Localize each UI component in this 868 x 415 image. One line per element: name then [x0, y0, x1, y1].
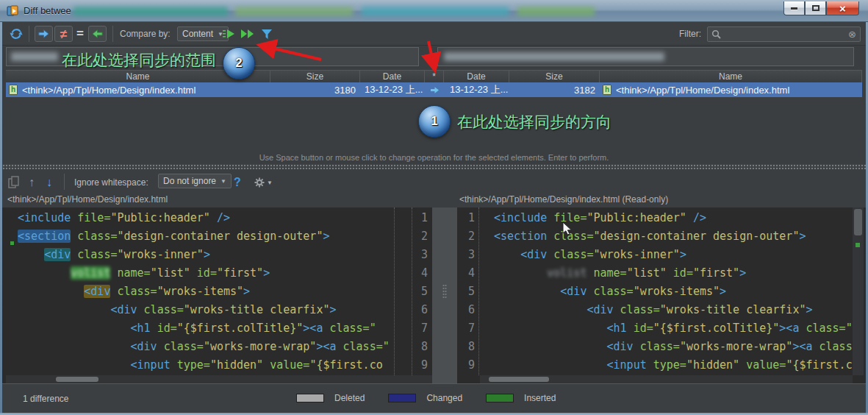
column-header-size-1[interactable]: Size: [270, 70, 360, 82]
line-number: 2: [457, 227, 478, 246]
window-title: Diff betwee: [24, 5, 71, 16]
code-line[interactable]: <div class="wroks-inner">: [494, 246, 853, 264]
line-number: 8: [457, 338, 478, 356]
redacted-tag-blur: volist: [547, 266, 587, 280]
code-token: class=: [144, 303, 184, 316]
legend-label-deleted: Deleted: [334, 393, 365, 403]
previous-diff-button[interactable]: ↑: [29, 171, 35, 194]
left-horizontal-scrollbar[interactable]: [6, 375, 432, 383]
scrollbar-thumb[interactable]: [854, 209, 862, 235]
titlebar[interactable]: Diff betwee ×: [0, 0, 868, 22]
code-line[interactable]: <div class="wroks-title clearfix">: [494, 301, 853, 319]
equal-filter-button[interactable]: =: [76, 22, 84, 46]
code-line[interactable]: volist name="list" id="first">: [18, 264, 394, 283]
column-header-date-4[interactable]: Date: [444, 70, 509, 82]
refresh-icon: [9, 26, 24, 41]
left-editor[interactable]: <include file="Public:header" /><section…: [6, 208, 394, 375]
code-token: "wroks-items": [157, 285, 243, 298]
refresh-button[interactable]: [9, 22, 24, 46]
filter-toggle-button[interactable]: [261, 22, 273, 46]
code-token: >: [720, 285, 726, 298]
files-table-row[interactable]: h <think>/App/Tpl/Home/Design/index.html…: [6, 82, 862, 97]
line-number: 5: [412, 283, 431, 301]
code-line[interactable]: <div class="works-more-wrap"><a class=": [18, 338, 394, 356]
code-token: "wroks-inner": [117, 248, 203, 261]
code-token: <input: [607, 358, 653, 372]
splitter-handle[interactable]: [2, 164, 866, 169]
compare-by-dropdown[interactable]: Content▼: [177, 26, 229, 41]
line-number: 2: [412, 227, 431, 246]
code-token: [547, 230, 553, 243]
chevron-down-icon: ▼: [267, 180, 273, 186]
right-horizontal-scrollbar[interactable]: [480, 375, 853, 383]
code-line[interactable]: volist name="list" id="first">: [494, 264, 853, 283]
column-header-size-5[interactable]: Size: [509, 70, 600, 82]
redacted-path-blur: [517, 7, 595, 16]
maximize-button[interactable]: [805, 1, 826, 15]
next-diff-button[interactable]: ↓: [46, 171, 52, 194]
code-token: >: [680, 248, 686, 261]
column-header-date-2[interactable]: Date: [360, 70, 425, 82]
settings-button[interactable]: ▼: [254, 171, 273, 194]
code-token: [667, 266, 673, 280]
code-line[interactable]: <input type="hidden" value="{$first.co: [18, 356, 394, 375]
left-line-numbers: [394, 208, 412, 375]
line-number: 1: [457, 209, 478, 227]
redacted-path-blur: [235, 7, 353, 16]
copy-button[interactable]: [8, 171, 20, 194]
help-button[interactable]: ?: [234, 171, 241, 194]
code-line[interactable]: <div class="wroks-items">: [18, 283, 394, 301]
pane-divider[interactable]: [432, 208, 457, 383]
code-token: "list": [627, 266, 667, 280]
maximize-icon: [812, 5, 819, 11]
code-line[interactable]: <section class="design-container design-…: [18, 227, 394, 246]
filter-field[interactable]: ⊗: [707, 26, 861, 42]
code-token: class=": [343, 340, 390, 353]
sync-right-arrow-icon: [429, 86, 440, 94]
toolbar-separator: [112, 26, 113, 42]
not-equal-button[interactable]: ≠: [54, 22, 73, 46]
code-token: "wroks-title clearfix": [660, 303, 806, 316]
code-line[interactable]: <div class="wroks-items">: [494, 283, 853, 301]
code-token: <section: [494, 230, 547, 243]
html-file-icon: h: [603, 85, 611, 95]
difference-count: 1 difference: [23, 394, 69, 404]
code-line[interactable]: <h1 id="{$first.colTitle}"><a class=": [18, 319, 394, 338]
code-token: "{$first.colTitle}": [177, 322, 304, 335]
right-editor[interactable]: <include file="Public:header" /><section…: [480, 208, 853, 375]
sync-selected-icon: [223, 28, 236, 40]
code-line[interactable]: <div class="wroks-inner">: [18, 246, 394, 264]
code-line[interactable]: <section class="design-container design-…: [494, 227, 853, 246]
annotation-badge-1: 1: [418, 105, 451, 138]
close-button[interactable]: ×: [826, 1, 859, 15]
legend-swatch-inserted: [486, 394, 514, 402]
ignore-whitespace-dropdown[interactable]: Do not ignore▼: [158, 174, 232, 188]
code-token: ><a: [303, 322, 329, 335]
accept-left-button[interactable]: [88, 22, 107, 46]
code-line[interactable]: <input type="hidden" value="{$first.co: [494, 356, 853, 375]
column-header-name-6[interactable]: Name: [600, 70, 862, 82]
clear-filter-icon[interactable]: ⊗: [848, 29, 856, 40]
synchronize-selected-button[interactable]: [223, 22, 236, 46]
column-header-star-3[interactable]: *: [425, 70, 444, 82]
code-line[interactable]: <h1 id="{$first.colTitle}"><a class=": [494, 319, 853, 338]
sync-direction-cell[interactable]: [425, 82, 444, 97]
redacted-path-blur: [11, 52, 58, 61]
code-token: <div: [131, 340, 164, 353]
minimize-button[interactable]: [783, 1, 805, 15]
filter-input[interactable]: [725, 29, 844, 40]
scrollbar-thumb[interactable]: [56, 377, 98, 382]
synchronize-all-button[interactable]: [240, 22, 255, 46]
accept-right-button[interactable]: [35, 22, 53, 46]
code-line[interactable]: <div class="works-more-wrap"><a class=": [494, 338, 853, 356]
code-line[interactable]: <include file="Public:header" />: [18, 209, 394, 227]
right-path-field[interactable]: [437, 47, 854, 66]
code-line[interactable]: <div class="wroks-title clearfix">: [18, 301, 394, 319]
compare-by-value: Content: [182, 29, 213, 39]
right-vertical-scrollbar[interactable]: [853, 208, 864, 375]
code-token: ><a: [316, 340, 342, 353]
scrollbar-thumb[interactable]: [489, 377, 549, 382]
code-token: />: [210, 211, 230, 224]
code-token: class=: [77, 248, 117, 261]
code-line[interactable]: <include file="Public:header" />: [494, 209, 853, 227]
